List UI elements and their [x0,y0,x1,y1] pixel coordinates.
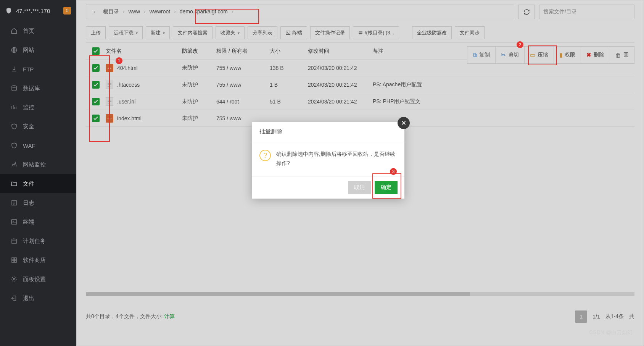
sidebar-item-11[interactable]: 计划任务 [0,231,76,251]
cell-time: 2024/03/20 00:21:42 [308,65,373,71]
row-checkbox[interactable] [92,115,100,122]
confirm-button[interactable]: 确定 [375,181,398,194]
modal-close-button[interactable]: ✕ [398,117,410,129]
server-ip: 47.***.***.170 [16,8,50,14]
disk-mount-button[interactable]: /(根目录) (3... [353,26,399,39]
sidebar-item-10[interactable]: 终端 [0,212,76,231]
cell-size: 51 B [270,99,308,105]
svg-rect-7 [12,260,14,262]
sidebar-item-label: 数据库 [23,85,40,92]
file-sync-button[interactable]: 文件同步 [455,26,485,39]
nav-icon [11,257,18,264]
table-row[interactable]: .user.ini未防护644 / root51 B2024/03/20 00:… [86,93,634,110]
archive-icon: ▭ [530,52,535,58]
select-all-checkbox[interactable] [92,47,100,55]
file-name: index.html [117,115,142,121]
nav-icon [11,104,18,111]
notice-badge[interactable]: 0 [63,7,71,15]
sidebar-item-label: 网站 [23,47,34,54]
sidebar-item-label: 退出 [23,295,34,302]
cut-button[interactable]: ✂剪切 [495,47,524,63]
permission-button[interactable]: ▮权限 [554,47,581,63]
sidebar-item-label: 终端 [23,218,34,226]
col-perm: 权限 / 所有者 [216,48,270,55]
nav-icon [11,180,18,187]
sidebar-item-0[interactable]: 首页 [0,21,76,40]
col-time[interactable]: 修改时间 [308,48,373,55]
refresh-button[interactable] [518,5,535,19]
cell-perm: 755 / www [216,115,270,121]
recycle-button[interactable]: 🗑回 [610,47,634,63]
nav-icon [11,276,18,283]
content-search-button[interactable]: 文件内容搜索 [173,26,213,39]
col-size[interactable]: 大小 [270,48,308,55]
calculate-link[interactable]: 计算 [164,313,175,320]
nav-icon [11,142,18,149]
cell-perm: 644 / root [216,99,270,105]
sidebar-item-label: 首页 [23,27,34,35]
sidebar-item-12[interactable]: 软件商店 [0,251,76,270]
remote-download-button[interactable]: 远程下载▾ [109,26,143,39]
favorites-button[interactable]: 收藏夹▾ [216,26,245,39]
new-button[interactable]: 新建▾ [146,26,170,39]
nav-icon [11,47,18,53]
sidebar-item-7[interactable]: 网站监控 [0,155,76,174]
back-icon[interactable]: ← [90,8,101,15]
share-list-button[interactable]: 分享列表 [248,26,277,39]
cell-time: 2024/03/20 00:21:42 [308,82,373,88]
sidebar-item-8[interactable]: 文件 [0,174,76,193]
page-suffix: 共 [629,313,634,320]
search-input[interactable]: 搜索文件/目录 [539,5,634,19]
sidebar-item-6[interactable]: WAF [0,136,76,155]
delete-button[interactable]: ✖删除 [581,47,610,63]
tamper-proof-button[interactable]: 企业级防篡改 [412,26,452,39]
sidebar-item-14[interactable]: 退出 [0,289,76,308]
upload-button[interactable]: 上传 [86,26,106,39]
scissors-icon: ✂ [501,52,506,58]
sidebar-item-9[interactable]: 日志 [0,193,76,212]
modal-title: 批量删除 [252,122,404,141]
chevron-down-icon: ▾ [163,31,165,35]
cell-tamper: 未防护 [182,98,216,105]
table-row[interactable]: .htaccess未防护755 / www1 B2024/03/20 00:21… [86,76,634,93]
breadcrumb-segment[interactable]: 根目录 [101,8,121,15]
sidebar-item-5[interactable]: 安全 [0,117,76,136]
col-name[interactable]: 文件名 [106,48,182,55]
svg-point-9 [13,278,15,280]
trash-icon: 🗑 [615,52,621,58]
operation-log-button[interactable]: 文件操作记录 [310,26,350,39]
copy-button[interactable]: ⧉复制 [467,47,495,63]
sidebar-item-2[interactable]: FTP [0,60,76,79]
breadcrumb-segment[interactable]: demo.sparkaigf.com [177,8,230,15]
breadcrumb-segment[interactable]: www [126,8,142,15]
sidebar-item-label: 监控 [23,104,34,111]
sidebar-item-label: 文件 [23,180,34,188]
nav-icon [11,238,18,244]
page-current[interactable]: 1 [575,310,587,323]
sidebar-item-label: WAF [23,142,35,149]
breadcrumb-segment[interactable]: wwwroot [147,8,172,15]
sidebar-item-13[interactable]: 面板设置 [0,270,76,289]
copy-icon: ⧉ [473,52,477,58]
sidebar-item-label: 安全 [23,123,34,130]
key-icon: ▮ [559,52,562,58]
row-checkbox[interactable] [92,81,100,89]
modal-body: ? 确认删除选中内容,删除后将移至回收站，是否继续操作? [252,141,404,176]
nav-icon [11,161,18,168]
svg-rect-6 [14,258,16,260]
nav-icon [11,218,18,225]
compress-button[interactable]: ▭压缩 [524,47,554,63]
terminal-button[interactable]: 终端 [280,26,307,39]
html-file-icon: </> [106,114,113,123]
row-checkbox[interactable] [92,64,100,72]
row-checkbox[interactable] [92,98,100,105]
sidebar-item-4[interactable]: 监控 [0,98,76,117]
sidebar-item-3[interactable]: 数据库 [0,79,76,98]
svg-rect-10 [286,31,290,34]
horizontal-scrollbar[interactable] [86,292,634,296]
cell-note: PS: Apache用户配置 [373,81,634,88]
svg-text:</>: </> [108,67,111,70]
cancel-button[interactable]: 取消 [348,181,371,194]
chevron-right-icon: › [172,8,177,15]
sidebar-item-1[interactable]: 网站 [0,40,76,60]
